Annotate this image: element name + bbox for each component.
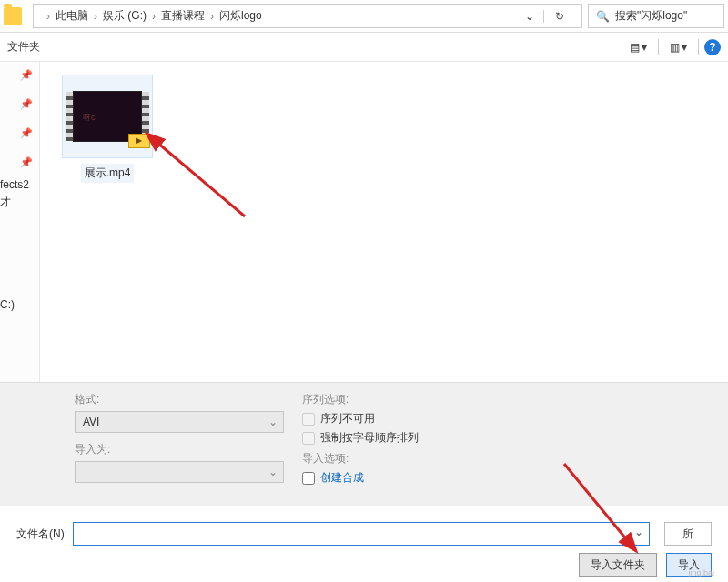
filename-label: 文件名(N): <box>16 527 67 542</box>
file-name: 展示.mp4 <box>81 164 135 183</box>
pin-icon: 📌 <box>20 127 33 139</box>
format-value: AVI <box>83 416 99 428</box>
chevron-down-icon: ⌄ <box>268 416 278 428</box>
toolbar: 文件夹 ▤ ▾ ▥ ▾ ? <box>0 33 728 62</box>
cursor-icon: ▶ <box>128 134 150 148</box>
pin-icon: 📌 <box>20 69 33 81</box>
chevron-down-icon[interactable]: ⌄ <box>634 526 643 538</box>
grid-icon: ▤ <box>630 41 640 54</box>
force-alpha-checkbox: 强制按字母顺序排列 <box>302 430 419 446</box>
checkbox <box>302 432 315 445</box>
crumb-folder2[interactable]: 闪烁logo <box>219 8 262 24</box>
create-composition-checkbox[interactable]: 创建合成 <box>302 470 419 486</box>
folder-icon <box>4 7 22 25</box>
breadcrumb[interactable]: › 此电脑 › 娱乐 (G:) › 直播课程 › 闪烁logo ⌄ ↻ <box>33 4 582 28</box>
sequence-options-label: 序列选项: <box>302 392 419 407</box>
divider <box>698 39 699 55</box>
watermark-text: jing.bai <box>688 568 714 577</box>
filename-row: 文件名(N): ⌄ 所 <box>0 522 728 546</box>
import-as-combo[interactable]: ⌄ <box>75 461 284 483</box>
sidebar-item[interactable]: fects2 <box>0 178 29 191</box>
thumb-text: 呀c <box>83 112 96 124</box>
sidebar: 📌 📌 📌 📌 fects2 才 C:) <box>0 62 40 382</box>
import-as-label: 导入为: <box>75 442 284 457</box>
format-label: 格式: <box>75 392 284 407</box>
import-folder-button[interactable]: 导入文件夹 <box>579 553 657 577</box>
list-icon: ▥ <box>670 41 680 54</box>
divider <box>658 39 659 55</box>
search-placeholder: 搜索"闪烁logo" <box>615 8 687 24</box>
help-icon[interactable]: ? <box>704 39 721 55</box>
annotation-arrow-icon <box>140 125 249 235</box>
crumb-folder1[interactable]: 直播课程 <box>161 8 205 24</box>
file-list[interactable]: 呀c ▶ 展示.mp4 <box>40 62 728 382</box>
new-folder-button[interactable]: 文件夹 <box>7 39 40 55</box>
filename-input[interactable]: ⌄ <box>73 522 650 546</box>
pin-icon: 📌 <box>20 98 33 110</box>
pin-icon: 📌 <box>20 156 33 168</box>
crumb-drive[interactable]: 娱乐 (G:) <box>103 8 147 24</box>
dialog-buttons: 导入文件夹 导入 jing.bai <box>579 553 712 577</box>
search-input[interactable]: 🔍 搜索"闪烁logo" <box>588 4 724 28</box>
format-combo[interactable]: AVI ⌄ <box>75 411 284 433</box>
chevron-down-icon[interactable]: ⌄ <box>525 10 534 23</box>
file-item[interactable]: 呀c ▶ 展示.mp4 <box>62 75 153 183</box>
import-options-label: 导入选项: <box>302 451 419 467</box>
import-options-panel: 格式: AVI ⌄ 导入为: ⌄ 序列选项: 序列不可用 强制按字母顺序排列 导… <box>0 382 728 506</box>
checkbox[interactable] <box>302 472 315 485</box>
import-button[interactable]: 导入 jing.bai <box>666 553 712 577</box>
chevron-right-icon: › <box>94 10 97 23</box>
view-thumbnails-button[interactable]: ▤ ▾ <box>624 37 652 57</box>
chevron-right-icon: › <box>152 10 156 23</box>
address-bar: › 此电脑 › 娱乐 (G:) › 直播课程 › 闪烁logo ⌄ ↻ 🔍 搜索… <box>0 0 728 33</box>
checkbox <box>302 413 315 426</box>
format-filter-button[interactable]: 所 <box>664 522 712 546</box>
chevron-right-icon: › <box>46 10 50 23</box>
sidebar-item[interactable]: C:) <box>0 298 15 311</box>
chevron-right-icon: › <box>210 10 214 23</box>
chevron-down-icon: ⌄ <box>268 466 278 478</box>
refresh-button[interactable]: ↻ <box>543 10 574 23</box>
search-icon: 🔍 <box>596 10 610 23</box>
file-browser: 📌 📌 📌 📌 fects2 才 C:) 呀c ▶ 展示.mp4 <box>0 62 728 382</box>
file-thumbnail: 呀c ▶ <box>62 75 153 158</box>
sequence-unavailable-checkbox: 序列不可用 <box>302 411 419 426</box>
view-details-button[interactable]: ▥ ▾ <box>664 37 693 57</box>
crumb-root[interactable]: 此电脑 <box>56 8 88 24</box>
sidebar-item[interactable]: 才 <box>0 195 11 210</box>
svg-line-0 <box>157 142 245 216</box>
